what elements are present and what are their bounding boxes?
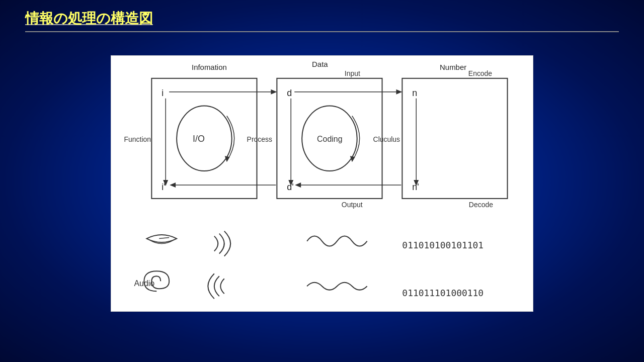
svg-text:Number: Number: [440, 63, 466, 71]
svg-text:011010100101101: 011010100101101: [402, 240, 484, 250]
svg-text:i: i: [162, 88, 164, 98]
svg-line-39: [159, 238, 169, 239]
svg-text:Data: Data: [312, 60, 328, 68]
svg-text:Cluculus: Cluculus: [373, 135, 400, 143]
svg-text:Output: Output: [342, 201, 363, 209]
svg-text:011011101000110: 011011101000110: [402, 288, 484, 298]
svg-text:Decode: Decode: [469, 201, 493, 209]
svg-text:d: d: [287, 88, 292, 98]
page-title: 情報の処理の構造図: [25, 9, 619, 28]
svg-text:Function: Function: [124, 135, 151, 143]
svg-text:I/O: I/O: [193, 134, 205, 144]
svg-text:Process: Process: [247, 135, 272, 143]
svg-text:n: n: [412, 88, 417, 98]
svg-text:Infomation: Infomation: [192, 63, 227, 71]
svg-text:Encode: Encode: [468, 69, 493, 77]
svg-text:Coding: Coding: [317, 135, 342, 143]
title-area: 情報の処理の構造図: [25, 9, 619, 32]
svg-text:Input: Input: [345, 69, 360, 77]
title-divider: [25, 31, 619, 32]
main-diagram-box: Infomation Data Number Input Output Enco…: [111, 55, 533, 312]
diagram-svg: Infomation Data Number Input Output Enco…: [111, 56, 533, 311]
svg-marker-26: [271, 89, 277, 95]
svg-marker-32: [396, 89, 402, 95]
